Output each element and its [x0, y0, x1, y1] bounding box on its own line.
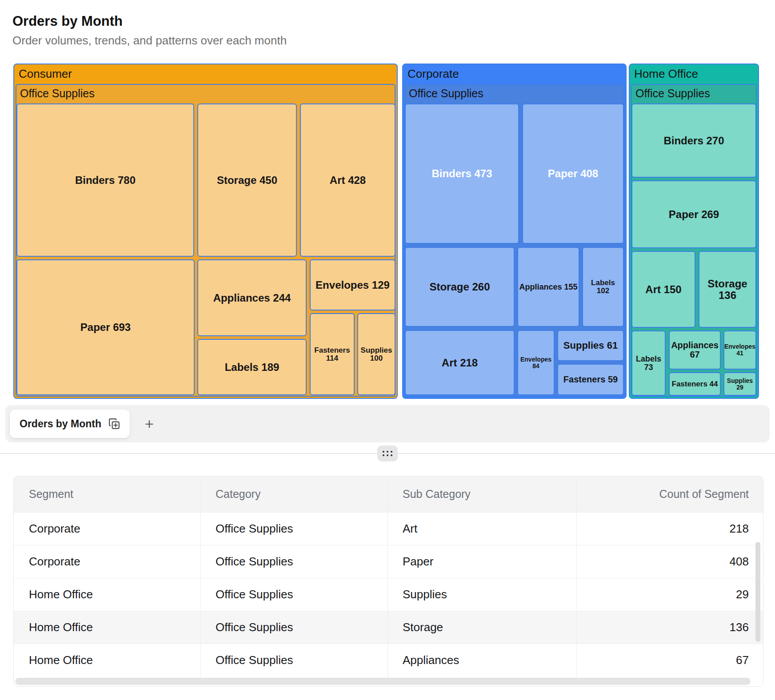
data-table-card: Segment Category Sub Category Count of S… — [13, 476, 763, 687]
treemap-cell-home-office-art[interactable]: Art 150 — [631, 251, 695, 328]
cell-category: Office Supplies — [200, 611, 388, 644]
cell-segment: Corporate — [14, 512, 200, 545]
column-divider — [200, 477, 201, 686]
header-sub-category[interactable]: Sub Category — [388, 477, 576, 512]
treemap-cell-corporate-art[interactable]: Art 218 — [405, 330, 515, 395]
treemap-cell-home-office-envelopes[interactable]: Envelopes 41 — [723, 330, 756, 370]
table-row[interactable]: Home OfficeOffice SuppliesSupplies29 — [14, 578, 763, 611]
treemap-cell-consumer-supplies[interactable]: Supplies 100 — [357, 313, 395, 395]
cell-count: 408 — [576, 545, 763, 578]
add-tab-button[interactable]: + — [145, 416, 154, 431]
column-divider — [576, 477, 577, 686]
table-row[interactable]: CorporateOffice SuppliesArt218 — [14, 512, 763, 545]
group-label: Office Supplies — [635, 87, 710, 100]
table-row[interactable]: Home OfficeOffice SuppliesAppliances67 — [14, 644, 763, 676]
cell-sub-category: Appliances — [388, 644, 576, 676]
cell-segment: Home Office — [14, 644, 200, 676]
treemap-cell-home-office-appliances[interactable]: Appliances 67 — [669, 330, 721, 370]
grip-dots-icon — [383, 451, 392, 456]
cell-category: Office Supplies — [200, 512, 388, 545]
treemap-cell-home-office-supplies[interactable]: Supplies 29 — [723, 372, 756, 396]
cell-segment: Home Office — [14, 611, 200, 644]
cell-sub-category: Supplies — [388, 578, 576, 611]
treemap-cell-home-office-paper[interactable]: Paper 269 — [631, 180, 756, 248]
treemap-cell-home-office-fasteners[interactable]: Fasteners 44 — [669, 372, 721, 396]
cell-segment: Corporate — [14, 545, 200, 578]
treemap-cell-home-office-labels[interactable]: Labels 73 — [631, 330, 666, 396]
column-divider — [388, 477, 388, 686]
duplicate-tab-icon[interactable] — [108, 418, 120, 430]
treemap-cell-consumer-labels[interactable]: Labels 189 — [197, 339, 307, 395]
table-row[interactable]: CorporateOffice SuppliesPaper408 — [14, 545, 763, 578]
treemap-chart: ConsumerOffice SuppliesBinders 780Storag… — [13, 64, 759, 399]
group-label: Office Supplies — [20, 87, 95, 100]
treemap-cell-consumer-art[interactable]: Art 428 — [300, 103, 395, 257]
treemap-cell-corporate-binders[interactable]: Binders 473 — [405, 103, 519, 244]
cell-count: 136 — [576, 611, 763, 644]
cell-sub-category: Paper — [388, 545, 576, 578]
tab-orders-by-month[interactable]: Orders by Month — [10, 410, 130, 438]
tab-label: Orders by Month — [20, 418, 101, 430]
vertical-scrollbar[interactable] — [755, 542, 760, 642]
group-label: Office Supplies — [409, 87, 483, 100]
cell-sub-category: Art — [388, 512, 576, 545]
treemap-cell-home-office-storage[interactable]: Storage 136 — [699, 251, 756, 328]
treemap-cell-consumer-binders[interactable]: Binders 780 — [16, 103, 194, 257]
page-subtitle: Order volumes, trends, and patterns over… — [12, 34, 287, 48]
table-header-row: Segment Category Sub Category Count of S… — [14, 477, 763, 512]
cell-category: Office Supplies — [200, 545, 388, 578]
table-row[interactable]: Home OfficeOffice SuppliesStorage136 — [14, 611, 763, 644]
cell-segment: Home Office — [14, 578, 200, 611]
treemap-cell-corporate-supplies[interactable]: Supplies 61 — [557, 330, 624, 361]
treemap-cell-consumer-paper[interactable]: Paper 693 — [16, 259, 195, 395]
header-segment[interactable]: Segment — [14, 477, 200, 512]
treemap-cell-consumer-envelopes[interactable]: Envelopes 129 — [310, 259, 395, 310]
page-title: Orders by Month — [12, 13, 123, 29]
treemap-cell-corporate-labels[interactable]: Labels 102 — [582, 247, 624, 327]
treemap-cell-corporate-storage[interactable]: Storage 260 — [405, 247, 515, 327]
treemap-cell-consumer-appliances[interactable]: Appliances 244 — [197, 259, 307, 336]
dashboard-page: Orders by Month Order volumes, trends, a… — [0, 0, 775, 700]
treemap-cell-consumer-storage[interactable]: Storage 450 — [197, 103, 297, 257]
header-count-of-segment[interactable]: Count of Segment — [576, 477, 763, 512]
data-table: Segment Category Sub Category Count of S… — [14, 477, 763, 676]
treemap-cell-home-office-binders[interactable]: Binders 270 — [631, 103, 756, 178]
header-category[interactable]: Category — [200, 477, 388, 512]
pane-resize-handle[interactable] — [377, 445, 398, 461]
section-label: Corporate — [407, 67, 459, 81]
cell-sub-category: Storage — [388, 611, 576, 644]
treemap-cell-corporate-envelopes[interactable]: Envelopes 84 — [517, 330, 555, 395]
tab-bar: Orders by Month + — [5, 405, 770, 442]
treemap-cell-consumer-fasteners[interactable]: Fasteners 114 — [310, 313, 355, 395]
cell-category: Office Supplies — [200, 644, 388, 676]
section-label: Consumer — [19, 67, 72, 81]
treemap-cell-corporate-appliances[interactable]: Appliances 155 — [517, 247, 579, 327]
treemap-cell-corporate-fasteners[interactable]: Fasteners 59 — [557, 364, 624, 395]
section-label: Home Office — [634, 67, 698, 81]
horizontal-scrollbar[interactable] — [15, 678, 751, 685]
treemap-cell-corporate-paper[interactable]: Paper 408 — [522, 103, 624, 244]
cell-category: Office Supplies — [200, 578, 388, 611]
cell-count: 67 — [576, 644, 763, 676]
cell-count: 218 — [576, 512, 763, 545]
cell-count: 29 — [576, 578, 763, 611]
